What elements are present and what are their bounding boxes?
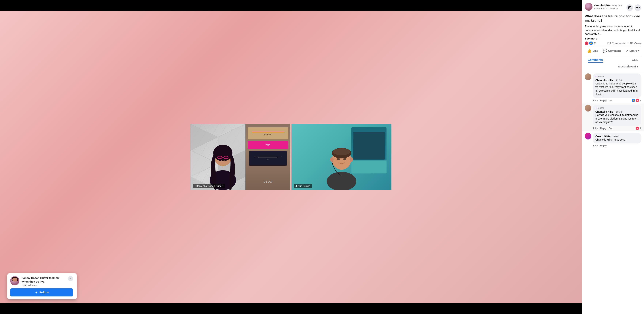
more-options-button[interactable]: ••• [634,4,641,11]
comment-avatar-3 [585,133,591,140]
comment-label: Comment [608,49,621,52]
comment-reactions-1: 👍 ❤ 3 [632,99,641,102]
like-reaction-icon: 👍 [589,42,593,45]
video-bottom-bar [0,303,582,314]
follow-plus-icon: ＋ [35,290,38,295]
comment-text-1: Learning to make what people want vs wha… [596,82,638,96]
svg-point-20 [337,158,340,160]
sort-chevron-icon: ▾ [637,65,638,68]
video-top-bar [0,0,582,11]
tiffany-label: Tiffany aka Coach Glitter! [192,184,225,188]
ellipsis-icon: ••• [636,6,640,10]
comment-name-2[interactable]: Chantelle Hills [596,110,613,113]
comment-name-1[interactable]: Chantelle Hills [596,79,613,82]
diamond-icon-2: ♦ [596,107,596,109]
svg-point-21 [343,158,346,160]
comments-tab[interactable]: Comments [588,58,603,63]
comment-badge-1: ♦ Top fan [596,75,638,78]
sidebar: Coach Glitter was live. November 22, 202… [582,0,644,314]
share-action[interactable]: ↗ Share ▾ [623,47,642,54]
tiffany-background: DIGITAL CEO EMPATHEEE Dior D [190,124,290,190]
comment-time-2: · 50:34 [614,110,622,113]
heart-reaction-icon: ❤ [585,42,588,45]
follow-popup: Follow Coach Glitter to know when they g… [7,273,77,300]
comment-timeago-2: 5w [609,127,612,130]
like-icon: 👍 [587,48,592,53]
video-panel: DIGITAL CEO EMPATHEEE Dior D [0,0,582,314]
comment-reply-3[interactable]: Reply [600,144,606,147]
badge-text-1: Top fan [597,75,604,78]
mini-count-1: 3 [640,99,641,102]
comment-action[interactable]: 💬 Comment [600,47,623,54]
poster-name-line: Coach Glitter was live. [594,4,623,7]
poster-date: November 22, 2021 ⚙ [594,7,623,10]
follow-popup-avatar [10,276,19,285]
poster-info: Coach Glitter was live. November 22, 202… [585,3,623,10]
follow-close-button[interactable]: × [68,276,73,281]
sort-bar: Most relevant ▾ [585,64,641,70]
comment-text-2: How do you feel about multistreaming to … [596,113,638,124]
comment-name-time-1: Chantelle Hills · 23:58 [596,78,638,82]
action-bar: 👍 Like 💬 Comment ↗ Share ▾ [585,46,641,56]
follow-button-label: Follow [40,291,49,294]
comment-like-1[interactable]: Like [593,99,598,102]
share-label: Share [630,49,637,52]
comment-content-1: ♦ Top fan Chantelle Hills · 23:58 Learni… [593,74,641,102]
comment-icon: 💬 [602,48,607,53]
reactions-bar: ❤ 👍 32 111 Comments 12K Views [585,40,641,46]
post-description: The one thing we know for sure when it c… [585,24,641,36]
comment-avatar-2 [585,105,591,112]
share-icon: ↗ [625,48,628,53]
poster-was-live: was live. [612,4,623,7]
svg-point-19 [350,157,353,162]
comment-like-3[interactable]: Like [593,144,598,147]
comment-like-2[interactable]: Like [593,127,598,130]
poster-name-block: Coach Glitter was live. November 22, 202… [594,4,623,10]
video-tile-tiffany: DIGITAL CEO EMPATHEEE Dior D [190,124,290,190]
like-action[interactable]: 👍 Like [585,47,600,54]
poster-avatar-image [585,3,592,10]
video-grid: DIGITAL CEO EMPATHEEE Dior D [190,124,392,190]
reaction-count: 32 [594,42,597,45]
mini-love-icon-1: ❤ [636,99,639,102]
see-more-link[interactable]: See more [585,37,641,40]
comment-name-time-3: Coach Glitter · 0:00 [596,135,638,138]
comment-reply-2[interactable]: Reply [600,127,606,130]
hide-link[interactable]: Hide [632,59,638,62]
mini-love-icon-2: ❤ [636,127,639,130]
mini-count-2: 1 [640,127,641,130]
poster-name[interactable]: Coach Glitter [594,4,612,7]
follow-text-block: Follow Coach Glitter to know when they g… [22,276,66,287]
reactions-left: ❤ 👍 32 [585,42,597,45]
add-button[interactable] [626,4,633,11]
comment-item-3: Coach Glitter · 0:00 Chantelle Hills I'm… [582,132,644,148]
comment-bubble-2: ♦ Top fan Chantelle Hills · 50:34 How do… [593,105,641,126]
svg-point-17 [333,148,350,155]
comment-content-3: Coach Glitter · 0:00 Chantelle Hills I'm… [593,133,641,147]
comment-reply-1[interactable]: Reply [600,99,606,102]
post-title: What does the future hold for video mark… [585,14,641,23]
comments-header: Comments Hide [585,58,641,64]
comment-time-1: · 23:58 [614,79,622,82]
mini-like-icon-1: 👍 [632,99,635,102]
comment-bubble-1: ♦ Top fan Chantelle Hills · 23:58 Learni… [593,74,641,98]
like-label: Like [593,49,598,52]
views-count: 12K Views [628,42,641,45]
follow-button[interactable]: ＋ Follow [10,288,73,296]
comment-time-3: · 0:00 [613,135,619,138]
gear-icon: ⚙ [616,7,618,10]
diamond-icon: ♦ [596,75,596,78]
comments-count: 111 Comments [606,42,625,45]
comment-bubble-3: Coach Glitter · 0:00 Chantelle Hills I'm… [593,133,641,144]
follow-title: Follow Coach Glitter to know when they g… [22,276,66,283]
comment-reactions-2: ❤ 1 [636,127,641,130]
comment-name-3[interactable]: Coach Glitter [596,135,612,138]
comment-avatar-1 [585,74,591,80]
poster-avatar [585,3,592,10]
sort-label[interactable]: Most relevant ▾ [618,65,638,68]
comment-actions-1: Like Reply 5w 👍 ❤ 3 [593,99,641,102]
follow-followers: 24K followers [22,284,66,287]
comment-actions-3: Like Reply [593,144,641,147]
svg-point-18 [330,157,334,162]
video-tile-justin: Justin Brown [292,124,392,190]
